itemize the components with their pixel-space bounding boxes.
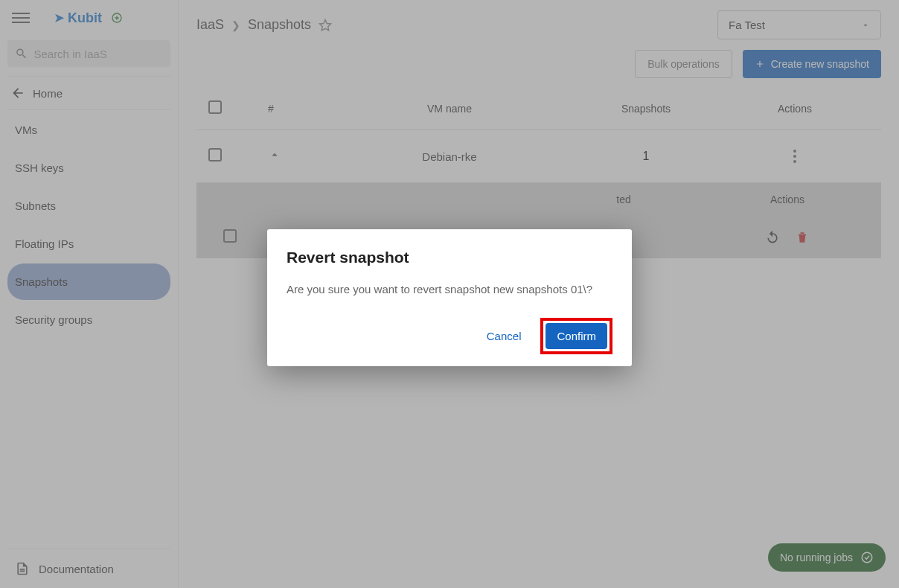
confirm-button[interactable]: Confirm bbox=[546, 323, 607, 349]
modal-overlay[interactable]: Revert snapshot Are you sure you want to… bbox=[0, 0, 899, 588]
revert-snapshot-modal: Revert snapshot Are you sure you want to… bbox=[267, 229, 632, 366]
cancel-button[interactable]: Cancel bbox=[478, 324, 531, 348]
modal-title: Revert snapshot bbox=[287, 249, 612, 266]
confirm-highlight: Confirm bbox=[540, 318, 612, 354]
modal-body: Are you sure you want to revert snapshot… bbox=[287, 283, 612, 295]
